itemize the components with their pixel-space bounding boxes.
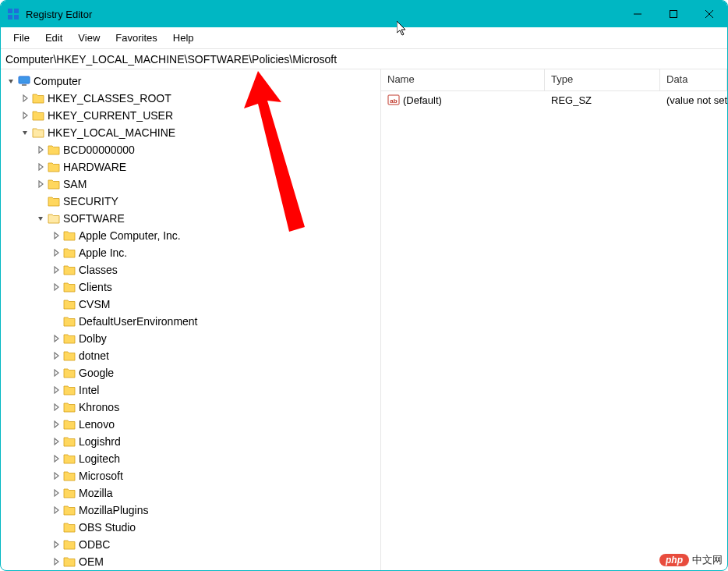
title-bar[interactable]: Registry Editor [1,1,727,27]
folder-icon [48,178,60,190]
col-header-name[interactable]: Name [381,69,545,90]
tree-node-label: BCD00000000 [63,144,135,156]
tree-node-label: Dolby [79,332,107,345]
minimize-button[interactable] [620,1,656,27]
address-bar [1,49,727,69]
tree-node-logitech[interactable]: Logitech [4,450,380,467]
string-value-icon: ab [387,94,400,106]
tree-node-label: dotnet [79,349,109,362]
window-controls [620,1,727,27]
tree-node-hklm[interactable]: HKEY_LOCAL_MACHINE [4,124,380,141]
expander-icon[interactable] [51,402,62,413]
window-title: Registry Editor [26,9,92,20]
menu-favorites[interactable]: Favorites [108,29,164,47]
expander-icon[interactable] [51,367,62,378]
folder-icon [63,521,76,534]
tree-node-label: MozillaPlugins [79,504,148,516]
tree-node-sam[interactable]: SAM [4,176,380,193]
folder-icon [63,418,76,431]
tree-node-oem[interactable]: OEM [4,553,380,570]
tree-node-security[interactable]: SECURITY [4,193,380,210]
tree-node-intel[interactable]: Intel [4,381,380,399]
tree-node-label: HARDWARE [63,161,126,173]
col-header-type[interactable]: Type [545,69,660,90]
folder-icon [63,367,76,379]
close-button[interactable] [691,1,727,27]
menu-file[interactable]: File [5,29,37,47]
folder-icon [48,161,60,173]
expander-icon[interactable] [51,556,62,567]
expander-icon[interactable] [51,470,62,481]
expander-icon[interactable] [35,144,46,155]
expander-icon[interactable] [51,539,62,550]
col-header-data[interactable]: Data [660,69,727,90]
expander-icon[interactable] [51,419,62,430]
expander-icon[interactable] [51,247,62,258]
folder-icon [63,435,76,448]
maximize-button[interactable] [656,1,691,27]
expander-icon[interactable] [51,505,62,516]
tree-node-obs-studio[interactable]: OBS Studio [4,519,380,536]
tree-node-label: CVSM [79,298,110,310]
expander-icon[interactable] [35,213,46,224]
tree-node-label: Microsoft [79,470,123,482]
expander-icon[interactable] [51,350,62,361]
tree-node-hkcu[interactable]: HKEY_CURRENT_USER [4,107,380,124]
tree-node-label: Apple Computer, Inc. [79,229,181,242]
tree-node-khronos[interactable]: Khronos [4,399,380,416]
tree-node-odbc[interactable]: ODBC [4,536,380,553]
tree-node-mozillaplugins[interactable]: MozillaPlugins [4,502,380,519]
svg-rect-0 [8,9,12,13]
values-body[interactable]: ab (Default) REG_SZ (value not set) [381,91,727,570]
tree-node-label: Lenovo [79,418,115,431]
svg-rect-2 [8,15,12,20]
tree-node-cvsm[interactable]: CVSM [4,296,380,313]
tree-node-software[interactable]: SOFTWARE [4,210,380,227]
tree-node-apple-inc-[interactable]: Apple Inc. [4,244,380,261]
expander-icon[interactable] [51,488,62,498]
tree-node-dolby[interactable]: Dolby [4,330,380,347]
expander-icon[interactable] [19,127,30,138]
svg-rect-5 [670,11,677,18]
expander-icon[interactable] [51,436,62,447]
tree-node-logishrd[interactable]: Logishrd [4,433,380,450]
tree-node-google[interactable]: Google [4,364,380,381]
menu-help[interactable]: Help [165,29,202,47]
expander-icon[interactable] [19,110,30,121]
address-input[interactable] [4,51,724,67]
tree-node-apple-computer-inc-[interactable]: Apple Computer, Inc. [4,227,380,244]
expander-icon[interactable] [51,230,62,241]
tree-node-microsoft[interactable]: Microsoft [4,467,380,484]
tree-node-mozilla[interactable]: Mozilla [4,484,380,502]
tree-node-label: OBS Studio [79,521,136,534]
tree-pane[interactable]: Computer HKEY_CLASSES_ROOT HKEY_CURRENT_… [1,69,381,570]
tree-node-hardware[interactable]: HARDWARE [4,158,380,176]
folder-icon [63,504,76,516]
tree-node-hkcr[interactable]: HKEY_CLASSES_ROOT [4,90,380,107]
tree-node-dotnet[interactable]: dotnet [4,347,380,364]
expander-icon[interactable] [35,161,46,172]
expander-icon[interactable] [5,76,16,87]
value-row[interactable]: ab (Default) REG_SZ (value not set) [381,91,727,108]
folder-icon [63,246,76,259]
menu-edit[interactable]: Edit [37,29,70,47]
tree-node-classes[interactable]: Classes [4,261,380,278]
expander-icon[interactable] [51,453,62,464]
value-data: (value not set) [660,93,727,108]
tree-node-computer[interactable]: Computer [4,73,380,90]
svg-rect-8 [19,76,30,83]
expander-icon[interactable] [51,385,62,395]
tree-node-label: Google [79,367,114,379]
svg-text:ab: ab [390,98,397,105]
expander-icon[interactable] [35,179,46,190]
expander-icon[interactable] [51,264,62,275]
expander-icon[interactable] [51,282,62,293]
tree-node-clients[interactable]: Clients [4,278,380,296]
menu-view[interactable]: View [70,29,108,47]
expander-icon[interactable] [51,333,62,344]
folder-icon [63,401,76,413]
tree-node-defaultuserenvironment[interactable]: DefaultUserEnvironment [4,313,380,330]
tree-node-bcd[interactable]: BCD00000000 [4,141,380,158]
expander-icon[interactable] [19,93,30,104]
tree-node-lenovo[interactable]: Lenovo [4,416,380,433]
